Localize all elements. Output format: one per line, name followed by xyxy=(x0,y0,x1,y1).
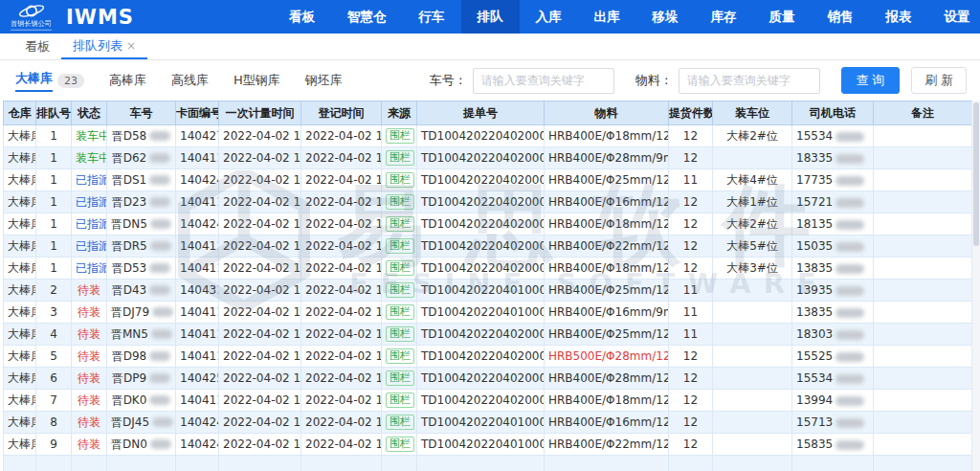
page-tab-2[interactable]: 排队列表× xyxy=(61,34,147,59)
cell-qty: 11 xyxy=(669,169,713,191)
cell-weigh-time: 2022-04-02 13:11 xyxy=(219,390,301,412)
query-button[interactable]: 查 询 xyxy=(841,67,901,94)
status-badge: 装车中 xyxy=(76,129,107,143)
warehouse-tab-5[interactable]: 钢坯库 xyxy=(305,60,343,101)
nav-item-5[interactable]: 入库 xyxy=(520,0,578,34)
cell-weigh-time: 2022-04-02 12:46 xyxy=(219,147,301,169)
plate-filter-label: 车号： xyxy=(430,72,467,89)
table-row[interactable]: 大棒库1装车中晋D62140411192022-04-02 12:462022-… xyxy=(4,147,972,169)
plate-blur xyxy=(149,351,170,361)
cell-warehouse: 大棒库 xyxy=(4,147,36,169)
status-badge: 待装 xyxy=(78,349,100,363)
nav-item-2[interactable]: 智慧仓 xyxy=(331,0,403,34)
nav-item-11[interactable]: 报表 xyxy=(870,0,928,34)
cell-card-no: 14041119 xyxy=(176,346,219,368)
table-row[interactable]: 大棒库5待装晋D98140411192022-04-02 12:502022-0… xyxy=(4,346,972,368)
cell-bill-no: TD10042022040200005319 xyxy=(417,324,545,346)
material-search-input[interactable] xyxy=(679,68,820,94)
cell-status: 已指派 xyxy=(72,213,107,236)
cell-material: HRB400E/Φ25mm/12m xyxy=(545,280,669,302)
warehouse-tab-label: 大棒库 xyxy=(15,70,53,92)
refresh-button[interactable]: 刷 新 xyxy=(911,67,967,94)
cell-queue-no: 1 xyxy=(36,258,72,280)
vertical-scrollbar[interactable] xyxy=(971,101,980,471)
table-row[interactable]: 大棒库1已指派晋DR5140411192022-04-02 12:022022-… xyxy=(4,236,972,258)
cell-bill-no: TD10042022040200005319 xyxy=(417,213,545,236)
plate-blur xyxy=(152,417,173,427)
cell-card-no: 14041119 xyxy=(176,302,219,324)
cell-remark xyxy=(874,169,972,191)
scrollbar-thumb[interactable] xyxy=(973,102,979,246)
cell-qty: 12 xyxy=(669,412,713,434)
cell-weigh-time: 2022-04-02 11:28 xyxy=(219,191,301,213)
source-tag: 围栏 xyxy=(386,392,414,408)
nav-item-4[interactable]: 排队 xyxy=(461,0,520,34)
cell-plate: 晋D53 xyxy=(107,258,176,280)
top-nav: 首钢长钢公司 IWMS 看板智慧仓行车排队入库出库移垛库存质量销售报表设置 排队… xyxy=(0,0,980,34)
company-name: 首钢长钢公司 xyxy=(11,19,52,30)
cell-warehouse: 大棒库 xyxy=(4,236,36,258)
cell-source: 围栏 xyxy=(382,368,417,390)
source-tag: 围栏 xyxy=(386,282,414,298)
source-tag: 围栏 xyxy=(386,304,414,320)
cell-qty: 12 xyxy=(669,147,713,169)
empty-cell xyxy=(545,456,669,471)
table-row[interactable]: 大棒库6待装晋DP9140425192022-04-02 13:092022-0… xyxy=(4,368,972,390)
cell-queue-no: 7 xyxy=(36,390,72,412)
warehouse-tab-4[interactable]: H型钢库 xyxy=(234,60,280,101)
phone-blur xyxy=(835,418,864,428)
close-icon[interactable]: × xyxy=(126,39,136,53)
cell-queue-no: 1 xyxy=(36,125,72,147)
table-row[interactable]: 大棒库1装车中晋D58140427192022-04-02 11:432022-… xyxy=(4,125,972,147)
status-badge: 待装 xyxy=(78,371,100,385)
cell-phone: 17735 xyxy=(792,169,874,191)
cell-phone: 15835 xyxy=(792,434,874,456)
cell-card-no: 14041119 xyxy=(176,191,219,213)
table-row[interactable]: 大棒库1已指派晋DN5140424192022-04-02 11:532022-… xyxy=(4,213,972,236)
col-header-12: 装车位 xyxy=(713,101,792,125)
cell-register-time: 2022-04-02 11:53 xyxy=(301,213,382,236)
cell-warehouse: 大棒库 xyxy=(4,213,36,236)
page-tab-1[interactable]: 看板 xyxy=(13,34,61,59)
plate-search-input[interactable] xyxy=(473,68,614,94)
nav-item-9[interactable]: 质量 xyxy=(753,0,812,34)
table-row[interactable]: 大棒库9待装晋DN0140424192022-04-02 13:182022-0… xyxy=(4,434,972,456)
cell-bill-no: TD10042022040100005315 xyxy=(417,280,545,302)
nav-item-12[interactable]: 设置 xyxy=(928,0,980,34)
cell-remark xyxy=(874,302,972,324)
cell-queue-no: 4 xyxy=(36,324,72,346)
table-row[interactable]: 大棒库8待装晋DJ45140424192022-04-02 13:152022-… xyxy=(4,412,972,434)
table-row[interactable]: 大棒库1已指派晋D53140411192022-04-02 12:212022-… xyxy=(4,258,972,280)
page-tab-label: 排队列表 xyxy=(73,37,122,55)
cell-weigh-time: 2022-04-02 12:21 xyxy=(219,258,301,280)
table-row[interactable]: 大棒库1已指派晋DS1140424192022-04-02 11:262022-… xyxy=(4,169,972,191)
empty-cell xyxy=(874,456,972,471)
queue-table: 仓库排队号状态车号卡面编号一次计量时间登记时间来源提单号物料提货件数装车位司机电… xyxy=(3,101,972,471)
table-row[interactable]: 大棒库3待装晋DJ79140411192022-04-02 12:412022-… xyxy=(4,302,972,324)
table-row[interactable]: 大棒库1已指派晋D23140411192022-04-02 11:282022-… xyxy=(4,191,972,213)
phone-blur xyxy=(835,154,864,164)
cell-warehouse: 大棒库 xyxy=(4,191,36,213)
cell-material: HRB400E/Φ25mm/12m xyxy=(545,169,669,191)
nav-item-6[interactable]: 出库 xyxy=(578,0,636,34)
table-row[interactable]: 大棒库4待装晋MN5140411192022-04-02 12:492022-0… xyxy=(4,324,972,346)
cell-bill-no: TD10042022040200005320 xyxy=(417,346,545,368)
col-header-11: 提货件数 xyxy=(669,101,713,125)
table-row[interactable]: 大棒库2待装晋D43140431192022-04-02 12:242022-0… xyxy=(4,280,972,302)
cell-qty: 12 xyxy=(669,258,713,280)
warehouse-tab-label: 钢坯库 xyxy=(305,72,343,89)
nav-item-8[interactable]: 库存 xyxy=(695,0,753,34)
cell-remark xyxy=(874,324,972,346)
nav-item-1[interactable]: 看板 xyxy=(273,0,331,34)
warehouse-tab-3[interactable]: 高线库 xyxy=(171,60,209,101)
nav-item-7[interactable]: 移垛 xyxy=(636,0,695,34)
warehouse-tab-1[interactable]: 大棒库23 xyxy=(15,60,84,101)
nav-item-10[interactable]: 销售 xyxy=(812,0,870,34)
cell-material: HRB400E/Φ16mm/12m xyxy=(545,412,669,434)
warehouse-tab-2[interactable]: 高棒库 xyxy=(109,60,146,101)
warehouse-tab-label: H型钢库 xyxy=(234,72,280,89)
table-row[interactable]: 大棒库7待装晋DK0140411192022-04-02 13:112022-0… xyxy=(4,390,972,412)
cell-bill-no: TD10042022040200005319 xyxy=(417,236,545,258)
nav-item-3[interactable]: 行车 xyxy=(403,0,461,34)
cell-remark xyxy=(874,258,972,280)
